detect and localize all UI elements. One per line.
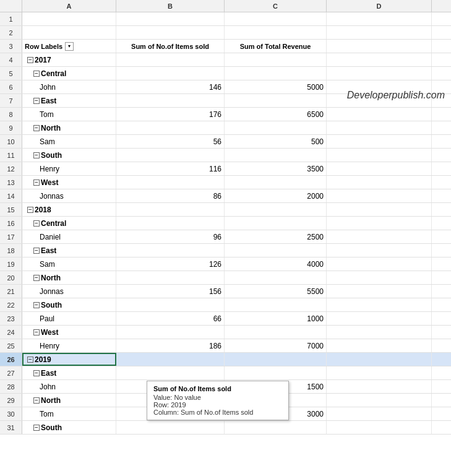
collapse-icon[interactable]: − — [33, 302, 40, 308]
cell-c-5[interactable] — [225, 67, 327, 80]
cell-c-11[interactable] — [225, 149, 327, 162]
cell-b-7[interactable] — [116, 94, 225, 107]
cell-a-16[interactable]: −Central — [22, 217, 116, 230]
table-row[interactable]: 11−South — [0, 149, 451, 162]
table-row[interactable]: 17Daniel962500 — [0, 230, 451, 244]
cell-c-1[interactable] — [225, 12, 327, 25]
cell-a-11[interactable]: −South — [22, 149, 116, 162]
table-row[interactable]: 4−2017 — [0, 53, 451, 67]
cell-b-14[interactable]: 86 — [116, 189, 225, 202]
cell-a-27[interactable]: −East — [22, 366, 116, 379]
cell-c-9[interactable] — [225, 121, 327, 134]
collapse-icon[interactable]: − — [33, 275, 40, 281]
table-row[interactable]: 12Henry1163500 — [0, 162, 451, 176]
cell-a-12[interactable]: Henry — [22, 162, 116, 175]
cell-a-26[interactable]: −2019 — [22, 353, 116, 366]
cell-b-4[interactable] — [116, 53, 225, 66]
cell-b-12[interactable]: 116 — [116, 162, 225, 175]
cell-c-18[interactable] — [225, 244, 327, 257]
cell-b-11[interactable] — [116, 149, 225, 162]
cell-a-21[interactable]: Jonnas — [22, 285, 116, 298]
cell-a-3[interactable]: Row Labels▾ — [22, 40, 116, 53]
table-row[interactable]: 13−West — [0, 176, 451, 189]
cell-a-1[interactable] — [22, 12, 116, 25]
cell-c-16[interactable] — [225, 217, 327, 230]
table-row[interactable]: 21Jonnas1565500 — [0, 285, 451, 298]
cell-c-20[interactable] — [225, 271, 327, 284]
cell-c-10[interactable]: 500 — [225, 135, 327, 148]
cell-b-22[interactable] — [116, 298, 225, 311]
table-row[interactable]: 26−2019 — [0, 353, 451, 366]
cell-b-24[interactable] — [116, 326, 225, 339]
cell-c-21[interactable]: 5500 — [225, 285, 327, 298]
cell-c-13[interactable] — [225, 176, 327, 189]
table-row[interactable]: 31−South — [0, 421, 451, 435]
cell-b-5[interactable] — [116, 67, 225, 80]
cell-a-31[interactable]: −South — [22, 421, 116, 434]
table-row[interactable]: 10Sam56500 — [0, 135, 451, 149]
table-row[interactable]: 3Row Labels▾Sum of No.of Items soldSum o… — [0, 40, 451, 53]
table-row[interactable]: 16−Central — [0, 217, 451, 230]
collapse-icon[interactable]: − — [27, 57, 33, 63]
cell-a-10[interactable]: Sam — [22, 135, 116, 148]
cell-b-15[interactable] — [116, 203, 225, 216]
cell-c-12[interactable]: 3500 — [225, 162, 327, 175]
cell-b-26[interactable] — [116, 353, 225, 366]
filter-button[interactable]: ▾ — [65, 42, 74, 51]
cell-c-8[interactable]: 6500 — [225, 108, 327, 121]
cell-a-14[interactable]: Jonnas — [22, 189, 116, 202]
cell-a-7[interactable]: −East — [22, 94, 116, 107]
table-row[interactable]: 2 — [0, 26, 451, 40]
table-row[interactable]: 14Jonnas862000 — [0, 189, 451, 203]
cell-b-10[interactable]: 56 — [116, 135, 225, 148]
cell-b-13[interactable] — [116, 176, 225, 189]
cell-a-4[interactable]: −2017 — [22, 53, 116, 66]
cell-b-8[interactable]: 176 — [116, 108, 225, 121]
cell-a-30[interactable]: Tom — [22, 407, 116, 420]
cell-a-19[interactable]: Sam — [22, 257, 116, 270]
cell-b-23[interactable]: 66 — [116, 312, 225, 325]
table-row[interactable]: 18−East — [0, 244, 451, 257]
cell-a-28[interactable]: John — [22, 380, 116, 393]
cell-a-17[interactable]: Daniel — [22, 230, 116, 243]
cell-c-6[interactable]: 5000 — [225, 80, 327, 93]
cell-b-18[interactable] — [116, 244, 225, 257]
cell-a-18[interactable]: −East — [22, 244, 116, 257]
cell-c-25[interactable]: 7000 — [225, 339, 327, 352]
cell-c-15[interactable] — [225, 203, 327, 216]
cell-a-15[interactable]: −2018 — [22, 203, 116, 216]
collapse-icon[interactable]: − — [33, 370, 40, 376]
cell-b-1[interactable] — [116, 12, 225, 25]
cell-c-26[interactable] — [225, 353, 327, 366]
cell-b-2[interactable] — [116, 26, 225, 39]
table-row[interactable]: 9−North — [0, 121, 451, 135]
collapse-icon[interactable]: − — [33, 71, 40, 77]
collapse-icon[interactable]: − — [33, 125, 40, 131]
collapse-icon[interactable]: − — [27, 207, 33, 213]
cell-c-22[interactable] — [225, 298, 327, 311]
cell-c-19[interactable]: 4000 — [225, 257, 327, 270]
cell-b-3[interactable]: Sum of No.of Items sold — [116, 40, 225, 53]
cell-a-5[interactable]: −Central — [22, 67, 116, 80]
cell-c-27[interactable] — [225, 366, 327, 379]
cell-b-19[interactable]: 126 — [116, 257, 225, 270]
cell-a-6[interactable]: John — [22, 80, 116, 93]
collapse-icon[interactable]: − — [33, 152, 40, 158]
cell-b-21[interactable]: 156 — [116, 285, 225, 298]
collapse-icon[interactable]: − — [27, 357, 33, 363]
table-row[interactable]: 19Sam1264000 — [0, 257, 451, 271]
collapse-icon[interactable]: − — [33, 397, 40, 404]
cell-b-6[interactable]: 146 — [116, 80, 225, 93]
cell-a-29[interactable]: −North — [22, 394, 116, 407]
cell-c-24[interactable] — [225, 326, 327, 339]
collapse-icon[interactable]: − — [33, 248, 40, 254]
cell-c-4[interactable] — [225, 53, 327, 66]
cell-c-31[interactable] — [225, 421, 327, 434]
cell-a-24[interactable]: −West — [22, 326, 116, 339]
table-row[interactable]: 24−West — [0, 326, 451, 339]
table-row[interactable]: 20−North — [0, 271, 451, 285]
cell-a-8[interactable]: Tom — [22, 108, 116, 121]
table-row[interactable]: 25Henry1867000 — [0, 339, 451, 353]
cell-c-17[interactable]: 2500 — [225, 230, 327, 243]
cell-c-23[interactable]: 1000 — [225, 312, 327, 325]
